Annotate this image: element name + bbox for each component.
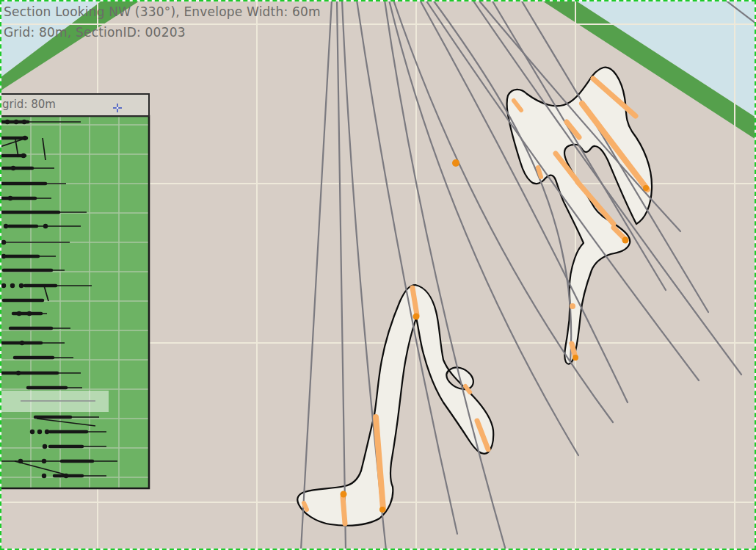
inset-collar-dot [1,283,6,288]
inset-collar-dot [10,283,15,288]
intercept-end-marker [379,507,385,513]
intercept-dot [570,303,575,309]
app-window: Section Looking NW (330°), Envelope Widt… [0,0,756,550]
inset-collar-dot [45,430,49,434]
inset-collar-dot [19,283,23,288]
inset-collar-dot [20,341,24,345]
inset-collar-dot [27,311,32,316]
inset-collar-dot [17,311,21,316]
inset-collar-dot [37,430,42,434]
intercept-end-marker [341,491,347,498]
intercept-end-marker [452,159,459,167]
intercept-end-marker [643,185,649,191]
inset-collar-dot [16,371,21,375]
inset-collar-dot [30,430,34,434]
inset-collar-dot [1,240,6,245]
inset-collar-dot [8,196,12,200]
inset-collar-dot [5,120,10,124]
inset-collar-dot [43,224,48,228]
inset-panel-titlebar[interactable] [0,94,149,116]
ore-intercept[interactable] [304,503,307,510]
inset-collar-dot [43,444,47,449]
intercept-end-marker [413,314,420,320]
ore-intercept[interactable] [538,167,541,177]
intercept-end-marker [573,355,578,361]
inset-collar-dot [11,166,15,170]
inset-collar-dot [42,459,46,463]
inset-collar-dot [1,254,6,258]
inset-map-panel[interactable] [0,94,149,488]
inset-collar-dot [22,120,26,124]
inset-collar-dot [14,120,18,124]
section-viewport[interactable] [0,0,756,550]
inset-collar-dot [21,153,26,158]
ore-intercept[interactable] [343,497,345,524]
inset-collar-dot [42,474,46,478]
inset-collar-dot [4,224,8,228]
intercept-end-marker [622,237,629,244]
